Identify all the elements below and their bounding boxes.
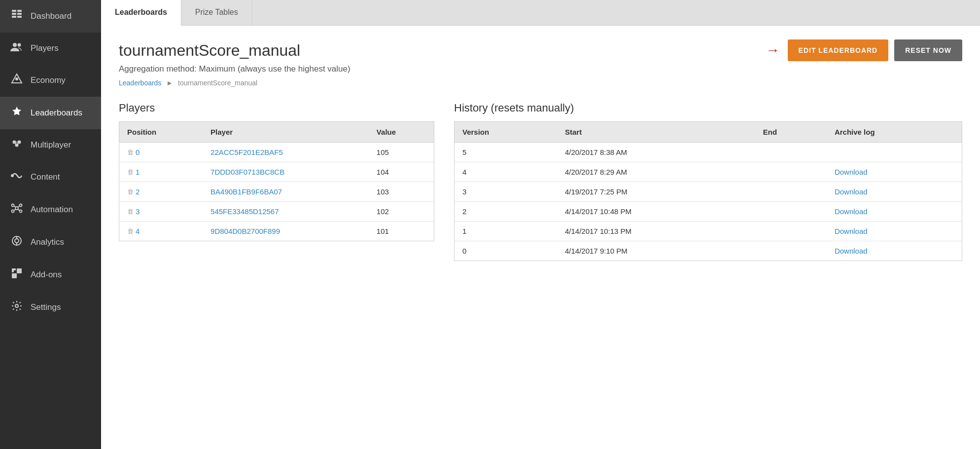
delete-icon[interactable]: 🗑 <box>127 208 134 215</box>
svg-point-27 <box>15 239 19 243</box>
history-section: History (resets manually) Version Start … <box>454 102 962 261</box>
player-id: 7DDD03F0713BC8CB <box>203 162 369 182</box>
position-link[interactable]: 0 <box>136 148 140 156</box>
table-row: 4 4/20/2017 8:29 AM Download <box>455 162 962 182</box>
history-start: 4/20/2017 8:29 AM <box>557 162 755 182</box>
edit-leaderboard-button[interactable]: EDIT LEADERBOARD <box>788 39 889 61</box>
table-row: 🗑 4 9D804D0B2700F899 101 <box>119 222 434 241</box>
svg-line-23 <box>18 206 20 207</box>
sidebar-item-analytics[interactable]: Analytics <box>0 226 101 259</box>
download-link[interactable]: Download <box>835 247 868 255</box>
players-section-title: Players <box>119 102 434 114</box>
history-version: 2 <box>455 202 557 222</box>
tab-leaderboards[interactable]: Leaderboards <box>101 0 181 26</box>
player-id-link[interactable]: 22ACC5F201E2BAF5 <box>210 148 283 156</box>
content-area: tournamentScore_manual → EDIT LEADERBOAR… <box>101 26 980 449</box>
addons-icon <box>10 267 24 282</box>
svg-line-24 <box>14 209 16 211</box>
sidebar-item-addons[interactable]: Add-ons <box>0 259 101 291</box>
sidebar-item-label: Analytics <box>31 237 64 247</box>
sidebar-item-label: Economy <box>31 75 66 85</box>
download-link[interactable]: Download <box>835 207 868 216</box>
delete-icon[interactable]: 🗑 <box>127 188 134 195</box>
table-row: 3 4/19/2017 7:25 PM Download <box>455 182 962 202</box>
sidebar: Dashboard Players Economy Leaderboards M… <box>0 0 101 449</box>
history-archive-log: Download <box>827 241 962 261</box>
col-player: Player <box>203 122 369 143</box>
history-end <box>755 143 827 162</box>
player-id: BA490B1FB9F6BA07 <box>203 182 369 202</box>
sidebar-item-economy[interactable]: Economy <box>0 64 101 97</box>
sidebar-item-label: Dashboard <box>31 11 71 21</box>
player-id: 22ACC5F201E2BAF5 <box>203 143 369 162</box>
sidebar-item-players[interactable]: Players <box>0 33 101 64</box>
content-icon <box>10 170 24 185</box>
svg-rect-30 <box>12 273 17 278</box>
player-position: 🗑 1 <box>119 162 203 182</box>
main-content: Leaderboards Prize Tables tournamentScor… <box>101 0 980 449</box>
history-start: 4/14/2017 10:48 PM <box>557 202 755 222</box>
tab-prize-tables[interactable]: Prize Tables <box>181 0 252 25</box>
breadcrumb-separator: ► <box>166 79 173 87</box>
sidebar-item-dashboard[interactable]: Dashboard <box>0 0 101 33</box>
player-value: 102 <box>369 202 434 222</box>
download-link[interactable]: Download <box>835 187 868 196</box>
sidebar-item-label: Automation <box>31 205 73 215</box>
svg-point-16 <box>11 174 14 177</box>
download-link[interactable]: Download <box>835 168 868 176</box>
page-title: tournamentScore_manual <box>119 41 300 60</box>
position-link[interactable]: 2 <box>136 187 140 196</box>
player-position: 🗑 3 <box>119 202 203 222</box>
delete-icon[interactable]: 🗑 <box>127 227 134 235</box>
table-row: 🗑 0 22ACC5F201E2BAF5 105 <box>119 143 434 162</box>
breadcrumb-parent-link[interactable]: Leaderboards <box>119 79 161 87</box>
player-id-link[interactable]: 545FE33485D12567 <box>210 207 279 216</box>
sidebar-item-label: Leaderboards <box>31 108 82 118</box>
delete-icon[interactable]: 🗑 <box>127 149 134 156</box>
history-version: 5 <box>455 143 557 162</box>
svg-rect-5 <box>17 16 22 18</box>
delete-icon[interactable]: 🗑 <box>127 168 134 176</box>
table-row: 🗑 1 7DDD03F0713BC8CB 104 <box>119 162 434 182</box>
history-archive-log: Download <box>827 182 962 202</box>
position-link[interactable]: 3 <box>136 207 140 216</box>
table-row: 🗑 2 BA490B1FB9F6BA07 103 <box>119 182 434 202</box>
svg-rect-4 <box>12 16 16 18</box>
players-icon <box>10 41 24 55</box>
svg-rect-1 <box>17 10 22 12</box>
sidebar-item-multiplayer[interactable]: Multiplayer <box>0 129 101 161</box>
header-actions: → EDIT LEADERBOARD RESET NOW <box>766 39 962 61</box>
history-start: 4/20/2017 8:38 AM <box>557 143 755 162</box>
history-version: 3 <box>455 182 557 202</box>
player-id-link[interactable]: 9D804D0B2700F899 <box>210 227 280 235</box>
reset-now-button[interactable]: RESET NOW <box>894 39 962 61</box>
table-row: 0 4/14/2017 9:10 PM Download <box>455 241 962 261</box>
players-table: Position Player Value 🗑 0 22ACC5F201E2BA… <box>119 121 434 241</box>
svg-line-22 <box>14 206 16 207</box>
svg-rect-2 <box>12 13 16 15</box>
player-id: 9D804D0B2700F899 <box>203 222 369 241</box>
sidebar-item-automation[interactable]: Automation <box>0 193 101 226</box>
download-link[interactable]: Download <box>835 227 868 235</box>
player-value: 105 <box>369 143 434 162</box>
sidebar-item-label: Content <box>31 172 60 182</box>
multiplayer-icon <box>10 138 24 152</box>
sidebar-item-label: Settings <box>31 302 61 312</box>
col-archive-log: Archive log <box>827 122 962 143</box>
svg-rect-0 <box>12 10 16 12</box>
sidebar-item-leaderboards[interactable]: Leaderboards <box>0 97 101 129</box>
position-link[interactable]: 4 <box>136 227 140 235</box>
table-row: 2 4/14/2017 10:48 PM Download <box>455 202 962 222</box>
player-id-link[interactable]: 7DDD03F0713BC8CB <box>210 168 284 176</box>
aggregation-method-text: Aggregation method: Maximum (always use … <box>119 64 962 74</box>
dashboard-icon <box>10 9 24 24</box>
position-link[interactable]: 1 <box>136 168 140 176</box>
sidebar-item-settings[interactable]: Settings <box>0 291 101 324</box>
sidebar-item-content[interactable]: Content <box>0 161 101 193</box>
svg-point-34 <box>15 304 18 307</box>
breadcrumb: Leaderboards ► tournamentScore_manual <box>119 79 962 87</box>
economy-icon <box>10 73 24 88</box>
history-section-title: History (resets manually) <box>454 102 962 114</box>
player-id-link[interactable]: BA490B1FB9F6BA07 <box>210 187 282 196</box>
table-row: 5 4/20/2017 8:38 AM <box>455 143 962 162</box>
